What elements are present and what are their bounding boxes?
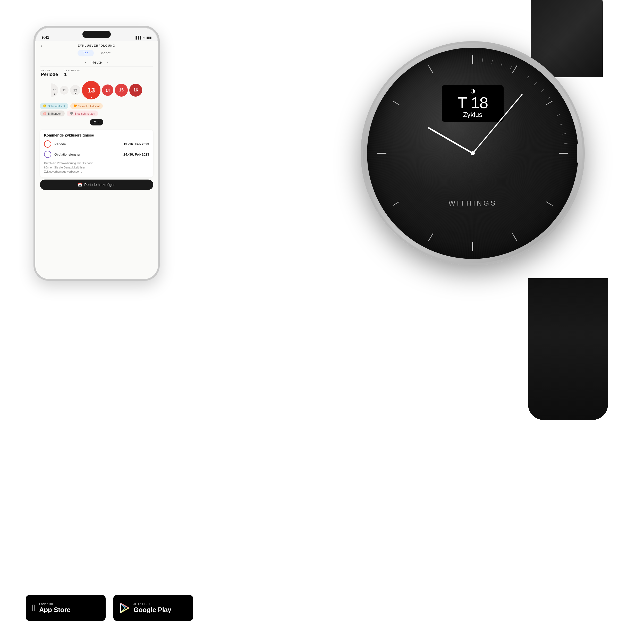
- signal-icon: ▐▐▐: [134, 36, 141, 39]
- day-14[interactable]: 14: [102, 84, 113, 96]
- googleplay-icon: [120, 603, 130, 613]
- svg-line-1: [512, 65, 517, 73]
- chip-label-3: Blähungen: [48, 112, 62, 115]
- googleplay-badge[interactable]: JETZT BEI Google Play: [113, 595, 193, 621]
- events-section: Kommende Zyklusereignisse Periode 13.-16…: [40, 130, 153, 177]
- add-btn-row: ⊙ +: [35, 117, 158, 128]
- heart-icon: 🧡: [73, 104, 77, 108]
- event-ovulation-row: Ovulationsfenster 24.-30. Feb 2023: [44, 151, 149, 158]
- svg-line-23: [564, 143, 567, 144]
- watch-mockup: ◑ T 18 Zyklus WITHINGS: [286, 0, 644, 420]
- back-button[interactable]: ‹: [40, 43, 42, 48]
- googleplay-text: JETZT BEI Google Play: [133, 602, 171, 614]
- svg-line-15: [510, 66, 511, 70]
- watch-crown: [577, 143, 578, 164]
- day-11[interactable]: 11: [60, 86, 69, 95]
- event-periode-row: Periode 13.-16. Feb 2023: [44, 140, 149, 148]
- watch-temp: T 18: [457, 95, 488, 111]
- withings-brand: WITHINGS: [367, 199, 578, 207]
- events-note: Durch die Protokollierung Ihrer Periodek…: [44, 161, 149, 174]
- event1-name: Periode: [54, 142, 120, 146]
- chip-label-4: Brustschmerzen: [75, 112, 95, 115]
- day-16[interactable]: 16: [129, 84, 142, 97]
- date-prev[interactable]: ‹: [85, 60, 86, 64]
- dot-12: [75, 93, 76, 94]
- app-title: Zyklusverfolgung: [78, 44, 115, 47]
- date-label: Heute: [91, 60, 102, 64]
- toggle-add-button[interactable]: ⊙ +: [90, 119, 104, 125]
- tab-monat[interactable]: Monat: [95, 50, 116, 56]
- moon-icon: ◑: [470, 88, 475, 94]
- date-next[interactable]: ›: [107, 60, 108, 64]
- chip-label-2: Sexuelle Aktivität: [78, 105, 100, 108]
- svg-line-13: [492, 60, 493, 64]
- phone-mockup: 9:41 ▐▐▐ ∿ ▮▮▮ ‹ Zyklusverfolgung Tag Mo…: [33, 26, 160, 281]
- svg-line-17: [534, 82, 537, 85]
- svg-line-2: [546, 101, 553, 105]
- watch-display: ◑ T 18 Zyklus: [442, 85, 504, 122]
- chip-sexuelle[interactable]: 🧡 Sexuelle Aktivität: [70, 103, 103, 109]
- svg-line-21: [560, 124, 563, 125]
- add-periode-label: Periode hinzufügen: [84, 183, 115, 187]
- appstore-sub: Laden im: [39, 602, 71, 606]
- watch-band-bottom: [528, 278, 608, 420]
- day-10-partial: 10: [51, 83, 58, 97]
- appstore-text: Laden im App Store: [39, 602, 71, 614]
- zyklustag-label: ZYKLUSTAG: [64, 69, 80, 72]
- phone-body: 9:41 ▐▐▐ ∿ ▮▮▮ ‹ Zyklusverfolgung Tag Mo…: [33, 26, 160, 281]
- svg-line-12: [482, 58, 483, 62]
- svg-line-5: [512, 233, 517, 241]
- zyklustag-info: ZYKLUSTAG 1: [64, 69, 80, 77]
- chip-label-1: Sehr schlecht: [48, 105, 65, 108]
- phase-label: PHASE: [41, 69, 58, 72]
- apple-icon: : [32, 603, 36, 614]
- battery-icon: ▮▮▮: [146, 36, 152, 39]
- phone-screen: ‹ Zyklusverfolgung Tag Monat ‹ Heute › P…: [35, 41, 158, 279]
- events-title: Kommende Zyklusereignisse: [44, 133, 149, 137]
- svg-line-19: [547, 97, 550, 100]
- status-icons: ▐▐▐ ∿ ▮▮▮: [134, 36, 152, 39]
- svg-line-7: [428, 233, 433, 241]
- dot-10: [54, 94, 55, 95]
- day-12[interactable]: 12: [70, 85, 80, 95]
- chips-row-2: 🫁 Blähungen 🩶 Brustschmerzen: [40, 111, 153, 116]
- day-13-selected[interactable]: 13: [82, 81, 100, 99]
- tab-tag[interactable]: Tag: [78, 50, 94, 56]
- face-icon: 😔: [43, 104, 47, 108]
- svg-line-18: [541, 89, 544, 92]
- googleplay-sub: JETZT BEI: [133, 602, 171, 606]
- event2-date: 24.-30. Feb 2023: [123, 152, 149, 156]
- body-icon: 🫁: [43, 112, 47, 115]
- watch-center-dot: [471, 151, 475, 155]
- periode-circle: [44, 140, 51, 148]
- date-navigation: ‹ Heute ›: [40, 58, 153, 67]
- toggle-icon: ⊙: [94, 120, 96, 124]
- wifi-icon: ∿: [142, 36, 145, 39]
- watch-cycle-label: Zyklus: [463, 111, 482, 119]
- svg-line-10: [393, 101, 399, 105]
- chip-blahungen[interactable]: 🫁 Blähungen: [40, 111, 65, 116]
- phase-info: PHASE Periode: [41, 69, 58, 77]
- chips-area: 😔 Sehr schlecht 🧡 Sexuelle Aktivität 🫁 B…: [35, 102, 158, 117]
- svg-line-11: [428, 65, 433, 73]
- drop-icon: 🩶: [70, 112, 73, 115]
- chip-sehr-schlecht[interactable]: 😔 Sehr schlecht: [40, 103, 68, 109]
- add-periode-button[interactable]: 📅 Periode hinzufügen: [40, 180, 153, 190]
- svg-line-14: [501, 63, 502, 66]
- watch-case: ◑ T 18 Zyklus WITHINGS: [361, 41, 585, 265]
- event1-date: 13.-16. Feb 2023: [123, 142, 149, 146]
- appstore-badge[interactable]:  Laden im App Store: [26, 595, 106, 621]
- app-header: ‹ Zyklusverfolgung Tag Monat: [35, 41, 158, 56]
- phase-row: PHASE Periode ZYKLUSTAG 1: [35, 67, 158, 79]
- calendar-row: 10 11 12 13 14 15: [35, 79, 158, 102]
- add-icon: +: [98, 120, 100, 124]
- day-15[interactable]: 15: [115, 84, 128, 97]
- tab-row: Tag Monat: [40, 50, 153, 56]
- chip-brustschmerzen[interactable]: 🩶 Brustschmerzen: [67, 111, 98, 116]
- badges-row:  Laden im App Store JETZT BEI Google Pl…: [26, 595, 193, 621]
- ovulation-circle: [44, 151, 51, 158]
- dynamic-island: [82, 31, 111, 38]
- appstore-main: App Store: [39, 606, 71, 614]
- app-nav: ‹ Zyklusverfolgung: [40, 44, 153, 47]
- dot-13: [91, 97, 92, 98]
